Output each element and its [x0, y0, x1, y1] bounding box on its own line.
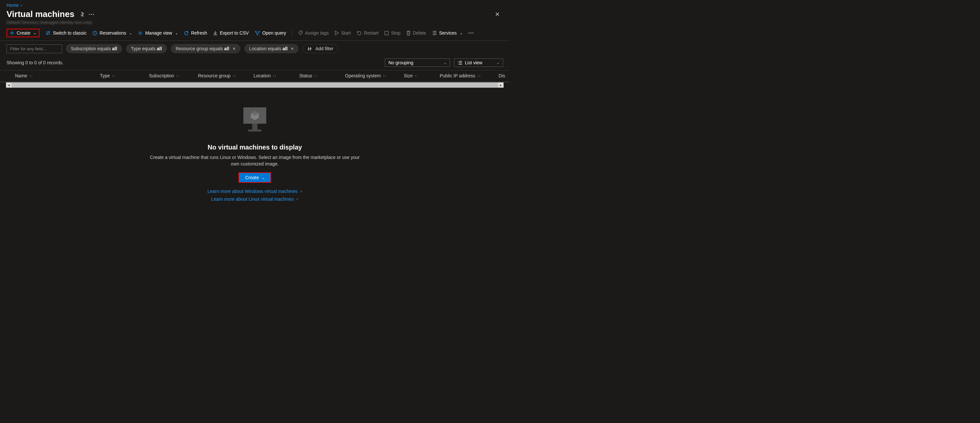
filter-input[interactable]	[6, 44, 62, 53]
column-location[interactable]: Location↑↓	[253, 73, 286, 78]
view-dropdown[interactable]: List view ⌄	[454, 59, 503, 67]
more-icon[interactable]	[89, 14, 94, 15]
grouping-dropdown[interactable]: No grouping ⌄	[385, 59, 450, 67]
sort-icon: ↑↓	[415, 74, 418, 78]
delete-button[interactable]: Delete	[406, 30, 426, 36]
create-button[interactable]: Create ⌄	[6, 29, 40, 37]
sort-icon: ↑↓	[232, 74, 236, 78]
column-public-ip[interactable]: Public IP address↑↓	[440, 73, 485, 78]
svg-point-5	[255, 31, 256, 32]
scroll-right-arrow[interactable]: ►	[498, 82, 503, 87]
vm-monitor-icon	[239, 104, 271, 137]
pill-label: Location equals	[249, 46, 283, 51]
reservations-button[interactable]: Reservations ⌄	[92, 30, 132, 36]
horizontal-scrollbar[interactable]: ◄ ►	[6, 82, 504, 88]
restart-label: Restart	[364, 30, 379, 36]
page-title: Virtual machines	[6, 9, 75, 19]
add-filter-button[interactable]: Add filter	[302, 44, 338, 53]
pin-icon[interactable]	[79, 12, 84, 17]
column-disks[interactable]: Dis	[498, 73, 505, 78]
play-icon	[334, 31, 339, 35]
pill-value: all	[157, 46, 162, 51]
filter-pill-location[interactable]: Location equals all ✕	[244, 44, 299, 53]
records-count: Showing 0 to 0 of 0 records.	[6, 60, 64, 65]
sort-icon: ↑↓	[273, 74, 276, 78]
download-icon	[213, 31, 218, 36]
column-name[interactable]: Name↑↓	[15, 73, 87, 78]
pill-value: all	[112, 46, 117, 51]
assign-tags-button[interactable]: Assign tags	[298, 30, 329, 36]
sort-icon: ↑↓	[314, 74, 318, 78]
svg-rect-14	[252, 124, 258, 130]
gear-icon	[138, 31, 143, 36]
scroll-left-arrow[interactable]: ◄	[6, 82, 11, 87]
filter-icon	[307, 47, 312, 51]
svg-point-2	[93, 14, 94, 15]
add-filter-label: Add filter	[315, 46, 333, 51]
trash-icon	[406, 31, 410, 36]
chevron-down-icon: ⌄	[460, 31, 463, 35]
column-size[interactable]: Size↑↓	[404, 73, 426, 78]
empty-title: No virtual machines to display	[6, 144, 503, 151]
column-subscription[interactable]: Subscription↑↓	[149, 73, 185, 78]
swap-icon	[45, 31, 51, 35]
column-os[interactable]: Operating system↑↓	[345, 73, 391, 78]
create-vm-button[interactable]: Create ⌄	[239, 172, 271, 183]
assign-tags-label: Assign tags	[305, 30, 329, 36]
reservations-label: Reservations	[100, 30, 126, 36]
close-icon[interactable]: ✕	[291, 47, 294, 51]
learn-linux-link[interactable]: Learn more about Linux virtual machines …	[212, 196, 299, 202]
open-query-button[interactable]: Open query	[255, 30, 286, 36]
learn-windows-link[interactable]: Learn more about Windows virtual machine…	[207, 189, 302, 194]
services-button[interactable]: Services ⌄	[432, 30, 463, 36]
chevron-right-icon: ›	[21, 3, 22, 8]
sort-icon: ↑↓	[477, 74, 481, 78]
empty-state: No virtual machines to display Create a …	[0, 88, 510, 208]
restart-button[interactable]: Restart	[357, 30, 379, 36]
close-icon[interactable]: ✕	[495, 11, 503, 18]
external-link-icon: ↗	[296, 198, 298, 201]
column-type[interactable]: Type↑↓	[100, 73, 136, 78]
sort-icon: ↑↓	[176, 74, 180, 78]
manage-view-label: Manage view	[145, 30, 172, 36]
directory-subtitle: Default Directory (managed-identity-test…	[0, 20, 510, 27]
pill-value: all	[283, 46, 288, 51]
breadcrumb: Home ›	[0, 0, 510, 8]
more-icon[interactable]	[468, 32, 474, 33]
breadcrumb-home[interactable]: Home	[6, 3, 19, 8]
open-query-label: Open query	[262, 30, 286, 36]
stop-label: Stop	[391, 30, 401, 36]
stop-icon	[385, 31, 389, 35]
svg-point-8	[301, 32, 302, 33]
start-label: Start	[341, 30, 351, 36]
sort-icon: ↑↓	[383, 74, 387, 78]
manage-view-button[interactable]: Manage view ⌄	[138, 30, 178, 36]
grouping-label: No grouping	[388, 60, 413, 65]
refresh-button[interactable]: Refresh	[184, 30, 207, 36]
export-csv-label: Export to CSV	[220, 30, 249, 36]
filter-pill-resource-group[interactable]: Resource group equals all ✕	[171, 44, 240, 53]
chevron-down-icon: ⌄	[175, 31, 178, 35]
export-csv-button[interactable]: Export to CSV	[213, 30, 249, 36]
close-icon[interactable]: ✕	[232, 47, 235, 51]
filter-pill-type[interactable]: Type equals all	[126, 44, 167, 53]
pill-label: Subscription equals	[71, 46, 112, 51]
svg-point-4	[140, 32, 141, 33]
switch-classic-button[interactable]: Switch to classic	[45, 30, 87, 36]
delete-label: Delete	[413, 30, 426, 36]
restart-icon	[357, 31, 362, 36]
column-resource-group[interactable]: Resource group↑↓	[198, 73, 240, 78]
pill-label: Type equals	[131, 46, 157, 51]
chevron-down-icon: ⌄	[262, 176, 265, 180]
chevron-down-icon: ⌄	[496, 61, 500, 65]
filter-pill-subscription[interactable]: Subscription equals all	[66, 44, 122, 53]
filters-bar: Subscription equals all Type equals all …	[0, 41, 510, 57]
column-status[interactable]: Status↑↓	[299, 73, 332, 78]
list-icon	[432, 31, 437, 35]
clock-icon	[92, 31, 97, 36]
sort-icon: ↑↓	[112, 74, 115, 78]
start-button[interactable]: Start	[334, 30, 351, 36]
create-label: Create	[245, 175, 259, 180]
stop-button[interactable]: Stop	[385, 30, 401, 36]
pill-label: Resource group equals	[176, 46, 224, 51]
